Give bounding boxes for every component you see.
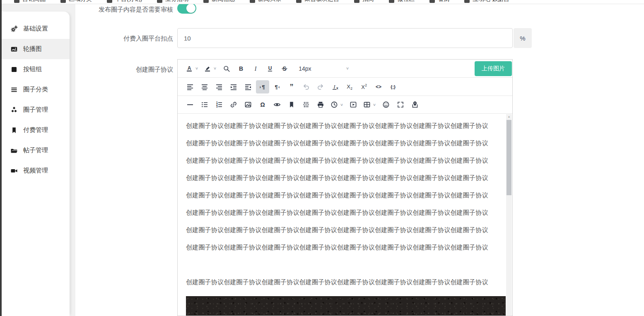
unordered-list-button[interactable] [198,98,211,111]
editor-paragraph: 创建圈子协议创建圈子协议创建圈子协议创建圈子协议创建圈子协议创建圈子协议创建圈子… [186,227,498,233]
align-left-button[interactable] [183,80,197,93]
map-button[interactable] [408,98,422,111]
page-break-button[interactable] [299,98,313,111]
indent-icon [244,83,252,91]
preview-button[interactable] [270,98,284,111]
inline-code-button[interactable]: <> [372,80,385,93]
scrollbar-up-arrow-icon[interactable]: ▲ [506,115,512,118]
topnav-item-label: 互动吧·数据营 [473,0,509,3]
upload-image-button[interactable]: 上传图片 [475,61,512,76]
subscript-button[interactable]: X2 [343,80,356,93]
highlight-button[interactable]: ∨ [202,62,219,75]
dir-ltr-icon: ¶› [259,83,266,91]
scrollbar-thumb[interactable] [507,120,511,195]
topnav-item[interactable]: 区域分类 [60,0,92,3]
bold-button[interactable]: B [234,62,248,75]
datetime-button[interactable]: ∨ [328,98,345,111]
editor-content-area[interactable]: 创建圈子协议创建圈子协议创建圈子协议创建圈子协议创建圈子协议创建圈子协议创建圈子… [178,114,512,316]
table-button[interactable]: ∨ [361,98,378,111]
topnav-item[interactable]: 营销商品 [14,0,46,3]
review-required-toggle[interactable] [177,3,196,14]
sidebar-item-image[interactable]: 轮播图 [2,39,70,59]
fullscreen-icon [397,101,404,108]
fee-percentage-input[interactable] [177,28,513,48]
direction-rtl-button[interactable]: ¶‹ [270,80,284,93]
main-content: 发布圈子内容是否需要审核 付费入圈平台扣点 % 创建圈子协议 上传图片 A∨∨B… [75,4,644,316]
topnav-item-label: 区域分类 [69,0,92,3]
fullscreen-button[interactable] [394,98,407,111]
emoji-button[interactable] [379,98,393,111]
topnav-item[interactable]: 新闻头条 [250,0,281,3]
topnav-item[interactable]: 业务活动 [157,0,188,3]
topnav-item-icon [203,0,209,3]
direction-ltr-button[interactable]: ¶› [256,80,269,93]
dark-asphalt-texture-image[interactable] [186,296,506,316]
redo-button[interactable] [314,80,327,93]
folder-icon [10,147,18,154]
bold-icon: B [237,65,245,72]
editor-scrollbar[interactable]: ▲ [506,114,512,315]
topnav-item-label: 平台(分销) [115,0,142,3]
sidebar-item-folder[interactable]: 帖子管理 [2,140,70,160]
italic-button[interactable]: I [249,62,262,75]
editor-row-label: 创建圈子协议 [75,66,173,73]
sidebar-item-video[interactable]: 视频管理 [2,160,70,181]
hr-icon [186,101,194,108]
ordered-list-button[interactable]: 123 [212,98,226,111]
special-char-button[interactable]: Ω [256,98,269,111]
undo-button[interactable] [299,80,313,93]
video-play-icon [350,101,357,108]
topnav-item[interactable]: 聚合板块运营 [296,0,339,3]
indent-button[interactable] [241,80,255,93]
topnav-item-label: 营销商品 [22,0,46,3]
strikethrough-button[interactable]: S [278,62,291,75]
insert-video-button[interactable] [347,98,360,111]
topnav-item[interactable]: 招商 [354,0,374,3]
horizontal-rule-button[interactable] [183,98,197,111]
topnav-item-icon [14,0,19,3]
anchor-button[interactable] [285,98,298,111]
align-center-icon [201,83,208,91]
chevron-down-icon: ∨ [195,66,198,70]
svg-text:2: 2 [350,86,352,91]
svg-text:›: › [260,84,261,89]
code-block-button[interactable]: {;} [386,80,400,93]
strike-icon: S [281,65,288,72]
search-icon [223,65,230,72]
sidebar-item-bars[interactable]: 圈子分类 [2,79,70,100]
sidebar-item-cubes[interactable]: 圈子管理 [2,100,70,120]
font-color-button[interactable]: A∨ [183,62,200,75]
editor-paragraph [186,261,498,268]
search-button[interactable] [220,62,233,75]
sidebar-item-bookmark[interactable]: 付费管理 [2,120,70,140]
svg-text:A: A [188,65,191,71]
bookmark-icon [288,101,295,108]
svg-text:x: x [336,86,338,90]
topnav-item[interactable]: 互动吧·数据营 [464,0,509,3]
topnav-item-icon [250,0,255,3]
ol-icon: 123 [215,101,223,108]
sidebar-item-square[interactable]: 按钮组 [2,59,70,79]
align-center-button[interactable] [198,80,211,93]
topnav-item-icon [354,0,359,3]
topnav-item[interactable]: 看病 [429,0,449,3]
svg-text:I: I [254,65,257,72]
font-size-select[interactable]: 14px∨ [297,62,351,75]
chevron-down-icon: ∨ [346,66,349,70]
insert-image-button[interactable] [241,98,255,111]
align-right-button[interactable] [212,80,226,93]
topnav-item[interactable]: 微社区 [389,0,415,3]
svg-text:Ω: Ω [260,101,265,108]
print-button[interactable] [314,98,327,111]
underline-button[interactable]: U [263,62,277,75]
blockquote-button[interactable]: ” [285,80,298,93]
sidebar-item-cogs[interactable]: 基础设置 [2,19,70,39]
fee-row-label: 付费入圈平台扣点 [75,35,173,42]
clear-format-button[interactable]: Ix [328,80,342,93]
topnav-item[interactable]: 平台(分销) [107,0,142,3]
superscript-button[interactable]: X2 [357,80,371,93]
topnav-item[interactable]: 新闻信息 [203,0,235,3]
outdent-button[interactable] [227,80,240,93]
editor-paragraph: 创建圈子协议创建圈子协议创建圈子协议创建圈子协议创建圈子协议创建圈子协议创建圈子… [186,209,498,215]
link-button[interactable] [227,98,240,111]
